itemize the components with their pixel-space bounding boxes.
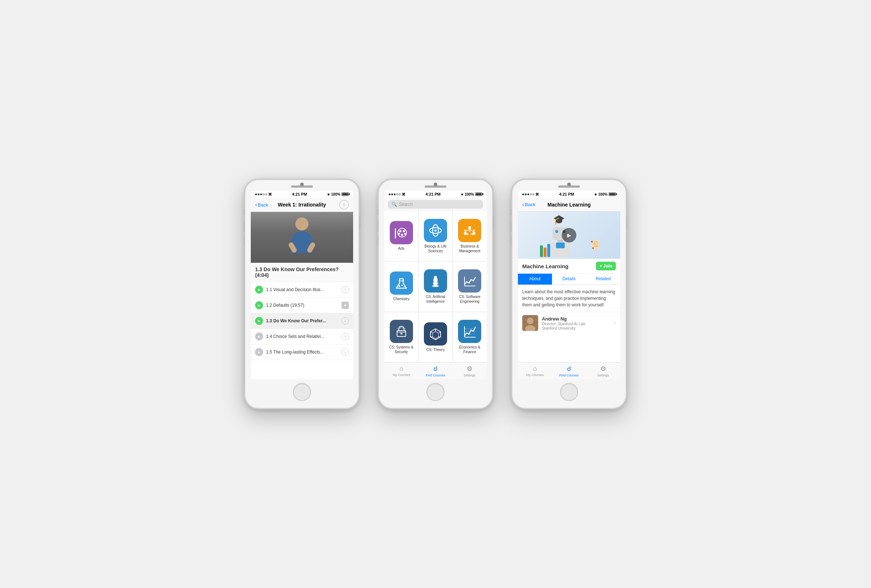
lecture-text-4: 1.4 Choice Sets and Relativi... <box>266 334 338 339</box>
phone1-screen: ⌘ 4:21 PM ∗ 100% ‹ Back Week 1: Irration… <box>251 190 353 379</box>
speaker-2 <box>425 186 446 188</box>
battery-icon <box>341 192 349 196</box>
home-button-3[interactable] <box>560 383 578 401</box>
category-chem[interactable]: Chemistry <box>384 261 418 311</box>
category-econ[interactable]: Economics & Finance <box>453 312 487 362</box>
lecture-item[interactable]: ▶ 1.2 Defaults (19:57) ■ <box>251 298 353 313</box>
svg-point-56 <box>527 317 533 324</box>
power-button-2 <box>492 216 494 229</box>
category-sys[interactable]: CS: Systems & Security <box>384 312 418 362</box>
nav-bar-3: ‹ Back Machine Learning <box>518 198 620 212</box>
volume-buttons-3 <box>510 209 512 247</box>
status-bar-3: ⌘ 4:21 PM ∗ 100% <box>518 190 620 198</box>
dot1-2 <box>389 193 391 195</box>
svg-point-34 <box>400 333 402 335</box>
status-left-2: ⌘ <box>389 192 406 196</box>
dot2 <box>258 193 259 195</box>
settings-label: Settings <box>464 374 476 377</box>
se-icon-box <box>458 269 481 293</box>
tab-find-courses-3[interactable]: ☌ Find Courses <box>552 364 586 378</box>
signal-dots-2 <box>389 193 401 195</box>
svg-point-2 <box>399 230 401 232</box>
back-button-3[interactable]: ‹ Back <box>522 202 544 208</box>
join-button[interactable]: + Join <box>596 262 616 271</box>
tab-my-courses[interactable]: ⌂ My Courses <box>384 364 418 378</box>
power-button-3 <box>626 216 628 229</box>
tab-settings-3[interactable]: ⚙ Settings <box>586 364 620 378</box>
dot3-2 <box>394 193 395 195</box>
lecture-item[interactable]: ▶ 1.5 The Long-lasting Effects... ⇓ <box>251 344 353 360</box>
category-biz[interactable]: Business & Management <box>453 211 487 261</box>
chem-label: Chemistry <box>393 296 409 301</box>
tab-settings[interactable]: ⚙ Settings <box>453 364 487 378</box>
speaker <box>291 186 313 188</box>
status-bar-2: ⌘ 4:21 PM ∗ 100% <box>384 190 487 198</box>
description-text: Learn about the most effective machine l… <box>522 289 615 307</box>
status-time-2: 4:21 PM <box>425 192 441 196</box>
dot1 <box>255 193 257 195</box>
play-overlay[interactable]: ▶ <box>562 228 576 242</box>
lecture-item[interactable]: ▶ 1.4 Choice Sets and Relativi... ⇓ <box>251 329 353 344</box>
wifi-icon: ⌘ <box>268 192 272 196</box>
download-icon-1[interactable]: ⇓ <box>341 286 349 293</box>
download-icon-3[interactable]: ⇓ <box>341 317 349 325</box>
tab-bar-3: ⌂ My Courses ☌ Find Courses ⚙ Settings <box>518 362 620 379</box>
lecture-item[interactable]: ▶ 1.1 Visual and Decision Illus... ⇓ <box>251 282 353 298</box>
lecture-text-1: 1.1 Visual and Decision Illus... <box>266 287 338 292</box>
dot3 <box>260 193 262 195</box>
graduation-cap-icon: 🎓 <box>553 214 565 225</box>
download-icon-5[interactable]: ⇓ <box>341 349 349 356</box>
sys-label: CS: Systems & Security <box>386 345 416 354</box>
status-right-3: ∗ 100% <box>594 192 616 196</box>
theory-label: CS: Theory <box>427 347 444 352</box>
course-main-title: Machine Learning <box>522 263 569 269</box>
svg-point-37 <box>398 328 400 329</box>
nav-bar-1: ‹ Back Week 1: Irrationality ⇓ <box>251 198 353 212</box>
volume-up-button <box>243 222 245 232</box>
tab-my-courses-3[interactable]: ⌂ My Courses <box>518 364 552 378</box>
course-hero: 🎓 📜 ▶ <box>518 212 620 259</box>
download-icon-2[interactable]: ■ <box>341 302 349 309</box>
category-arts[interactable]: Arts <box>384 211 418 261</box>
category-theory[interactable]: CS: Theory <box>418 312 452 362</box>
tab-find-courses[interactable]: ☌ Find Courses <box>418 364 453 378</box>
home-button[interactable] <box>293 383 311 401</box>
phone3: ⌘ 4:21 PM ∗ 100% ‹ Back Machine Learning <box>511 179 627 409</box>
arts-label: Arts <box>398 246 405 251</box>
volume-down-button <box>243 236 245 247</box>
tab-about[interactable]: About <box>518 274 552 284</box>
svg-point-12 <box>473 232 476 235</box>
volume-buttons-2 <box>377 209 379 247</box>
search-input-box[interactable]: 🔍 Search <box>388 200 483 209</box>
svg-point-38 <box>400 328 401 329</box>
tab-related[interactable]: Related <box>586 274 620 284</box>
gear-icon: ⚙ <box>467 365 473 373</box>
download-icon-4[interactable]: ⇓ <box>341 333 349 340</box>
home-button-2[interactable] <box>427 383 444 401</box>
vol-up-2 <box>377 222 379 232</box>
svg-marker-43 <box>433 331 438 339</box>
back-button[interactable]: ‹ Back <box>255 202 277 208</box>
category-bio[interactable]: Biology & Life Sciences <box>418 211 452 261</box>
category-ai[interactable]: CS: Artificial Intelligence <box>418 261 452 311</box>
hero-illustration: 🎓 📜 ▶ <box>536 213 602 257</box>
download-nav-icon[interactable]: ⇓ <box>339 200 349 209</box>
current-lecture-title: 1.3 Do We Know Our Preferences? (4:04) <box>251 263 353 282</box>
econ-svg <box>462 324 477 339</box>
instructor-row[interactable]: Andrew Ng Director, Stanford AI Lab Stan… <box>518 312 620 334</box>
status-bar: ⌘ 4:21 PM ∗ 100% <box>251 190 353 198</box>
dot2-3 <box>525 193 527 195</box>
ai-label: CS: Artificial Intelligence <box>420 294 450 304</box>
tab-details[interactable]: Details <box>552 274 586 284</box>
chevron-right-icon: › <box>614 320 616 326</box>
play-icon-4: ▶ <box>255 332 263 340</box>
biz-icon-box <box>458 219 481 242</box>
play-icon-5: ▶ <box>255 348 263 356</box>
lecture-item-active[interactable]: ▶ 1.3 Do We Know Our Prefer... ⇓ <box>251 313 353 329</box>
mute-button-3 <box>510 209 512 215</box>
econ-icon-box <box>458 320 481 343</box>
speaker-3 <box>558 186 580 188</box>
spacer <box>518 334 620 362</box>
category-se[interactable]: CS: Software Engineering <box>453 261 487 311</box>
search-placeholder: Search <box>399 202 413 207</box>
